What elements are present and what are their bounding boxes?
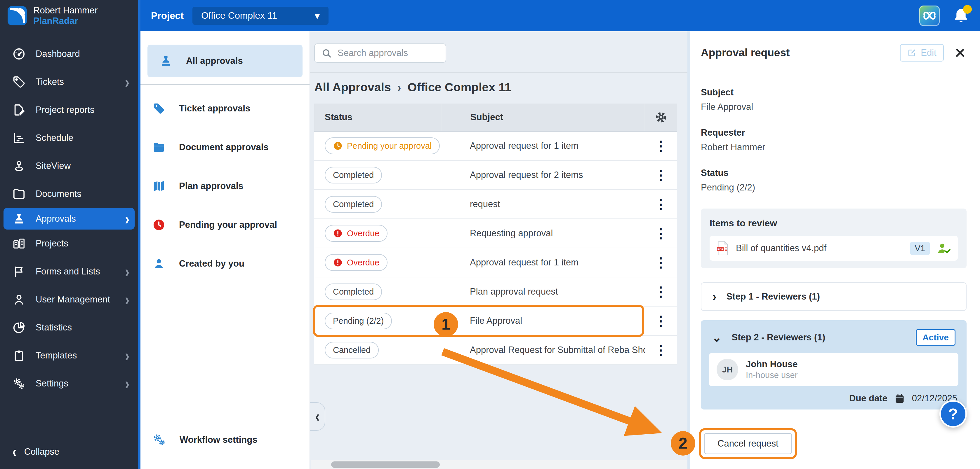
alert-icon — [333, 228, 343, 238]
assistant-butterfly-icon — [922, 8, 937, 23]
panel-collapse-handle[interactable]: ‹ — [310, 402, 325, 431]
edit-button[interactable]: Edit — [900, 44, 944, 62]
field-requester: Requester Robert Hammer — [701, 127, 967, 152]
version-badge[interactable]: V1 — [910, 242, 930, 255]
notifications-button[interactable] — [953, 7, 969, 25]
table-body: Pending your approvalApproval request fo… — [314, 132, 677, 365]
sidebar-item-schedule[interactable]: Schedule — [0, 124, 138, 152]
buildings-icon — [12, 237, 26, 250]
filter-item-ticket-approvals[interactable]: Ticket approvals — [140, 89, 310, 128]
row-menu-icon[interactable]: ⋮ — [654, 314, 668, 328]
gears-icon — [12, 377, 26, 390]
filter-item-label: Pending your approval — [179, 220, 277, 230]
chevron-right-icon: › — [125, 210, 129, 227]
sidebar-item-tickets[interactable]: Tickets› — [0, 68, 138, 96]
sidebar-item-siteview[interactable]: SiteView — [0, 152, 138, 180]
notification-badge — [963, 5, 972, 14]
filter-item-all-approvals[interactable]: All approvals — [148, 44, 302, 77]
chevron-right-icon: › — [125, 291, 129, 308]
subject-cell: Requesting approval — [441, 228, 645, 239]
account-header[interactable]: Robert Hammer PlanRadar — [0, 0, 138, 31]
row-menu-icon[interactable]: ⋮ — [654, 256, 668, 269]
pie-icon — [12, 321, 26, 334]
calendar-icon — [894, 393, 905, 404]
sidebar-item-label: Tickets — [36, 77, 64, 87]
row-menu-icon[interactable]: ⋮ — [654, 343, 668, 357]
status-badge-label: Overdue — [347, 258, 379, 268]
filter-item-created-by-you[interactable]: Created by you — [140, 244, 310, 283]
gantt-icon — [12, 131, 26, 145]
chevron-right-icon: › — [125, 375, 129, 392]
table-row[interactable]: CompletedApproval request for 2 items⋮ — [314, 161, 677, 190]
items-to-review-card: Items to review PDF Bill of quantitie — [701, 209, 967, 268]
column-header-status[interactable]: Status — [314, 103, 441, 131]
status-badge: Completed — [325, 284, 382, 300]
table-settings-gear-icon[interactable] — [655, 111, 668, 124]
sidebar-item-workflow-settings[interactable]: Workflow settings — [140, 422, 310, 457]
status-badge: Pending (2/2) — [325, 313, 392, 329]
sidebar-item-approvals[interactable]: Approvals› — [3, 208, 135, 230]
divider — [310, 72, 687, 73]
clock-icon — [333, 141, 343, 151]
sidebar-item-forms-and-lists[interactable]: Forms and Lists› — [0, 258, 138, 285]
row-menu-icon[interactable]: ⋮ — [654, 168, 668, 182]
status-cell: Completed — [314, 284, 441, 300]
user-icon — [12, 293, 26, 306]
clock-icon — [152, 218, 165, 231]
table-row[interactable]: Pending (2/2)File Approval⋮ — [314, 307, 677, 336]
filter-item-label: Ticket approvals — [179, 103, 250, 114]
reviewer-card[interactable]: JH John House In-house user — [709, 353, 958, 386]
help-button[interactable]: ? — [939, 400, 967, 428]
cancel-request-button[interactable]: Cancel request — [704, 433, 792, 454]
row-menu-icon[interactable]: ⋮ — [654, 139, 668, 152]
sidebar-item-settings[interactable]: Settings› — [0, 369, 138, 398]
chevron-right-icon: › — [125, 263, 129, 280]
sidebar-item-templates[interactable]: Templates› — [0, 342, 138, 369]
row-menu-icon[interactable]: ⋮ — [654, 285, 668, 298]
table-row[interactable]: Pending your approvalApproval request fo… — [314, 132, 677, 161]
sidebar-item-label: User Management — [36, 294, 110, 305]
review-file-row[interactable]: PDF Bill of quantities v4.pdf V1 — [710, 236, 958, 261]
status-cell: Overdue — [314, 225, 441, 242]
table-row[interactable]: CompletedPlan approval request⋮ — [314, 277, 677, 307]
sidebar-item-documents[interactable]: Documents — [0, 180, 138, 208]
sidebar-item-user-management[interactable]: User Management› — [0, 285, 138, 314]
chevron-down-icon: ⌄ — [712, 331, 722, 344]
topbar: Project Office Complex 11 ▾ — [140, 0, 980, 31]
sidebar-nav: DashboardTickets›Project reportsSchedule… — [0, 31, 138, 398]
row-menu-icon[interactable]: ⋮ — [654, 198, 668, 211]
field-label: Requester — [701, 127, 967, 138]
assistant-button[interactable] — [919, 6, 940, 26]
actions-cell: ⋮ — [645, 198, 677, 211]
sidebar-item-dashboard[interactable]: Dashboard — [0, 40, 138, 68]
filter-item-pending-your-approval[interactable]: Pending your approval — [140, 205, 310, 244]
account-names: Robert Hammer PlanRadar — [33, 5, 98, 26]
sidebar-item-statistics[interactable]: Statistics — [0, 314, 138, 342]
sidebar-collapse-button[interactable]: ‹ Collapse — [0, 445, 138, 469]
project-label: Project — [151, 10, 184, 21]
actions-cell: ⋮ — [645, 256, 677, 269]
sidebar-item-projects[interactable]: Projects — [0, 230, 138, 258]
horizontal-scrollbar-thumb[interactable] — [331, 461, 440, 468]
breadcrumb-item: Office Complex 11 — [407, 81, 511, 94]
close-icon[interactable] — [954, 46, 967, 59]
sidebar-item-label: Statistics — [36, 322, 72, 333]
table-row[interactable]: OverdueApproval request for 1 item⋮ — [314, 248, 677, 277]
mapF-icon — [152, 179, 165, 193]
review-file-name: Bill of quantities v4.pdf — [736, 243, 903, 254]
table-row[interactable]: CancelledApproval Request for Submittal … — [314, 336, 677, 365]
project-select[interactable]: Office Complex 11 ▾ — [192, 7, 329, 25]
row-menu-icon[interactable]: ⋮ — [654, 227, 668, 240]
column-header-subject[interactable]: Subject — [441, 103, 645, 131]
step-1-section[interactable]: › Step 1 - Reviewers (1) — [701, 282, 967, 311]
table-row[interactable]: Completedrequest⋮ — [314, 190, 677, 219]
breadcrumb-item[interactable]: All Approvals — [314, 81, 391, 94]
userF-icon — [152, 257, 165, 270]
sidebar-item-project-reports[interactable]: Project reports — [0, 96, 138, 124]
table-row[interactable]: OverdueRequesting approval⋮ — [314, 219, 677, 248]
table-header: Status Subject — [314, 103, 677, 132]
step-2-header[interactable]: ⌄ Step 2 - Reviewers (1) Active — [709, 328, 958, 347]
filter-item-plan-approvals[interactable]: Plan approvals — [140, 166, 310, 205]
filter-item-document-approvals[interactable]: Document approvals — [140, 128, 310, 166]
search-input[interactable] — [337, 48, 439, 59]
